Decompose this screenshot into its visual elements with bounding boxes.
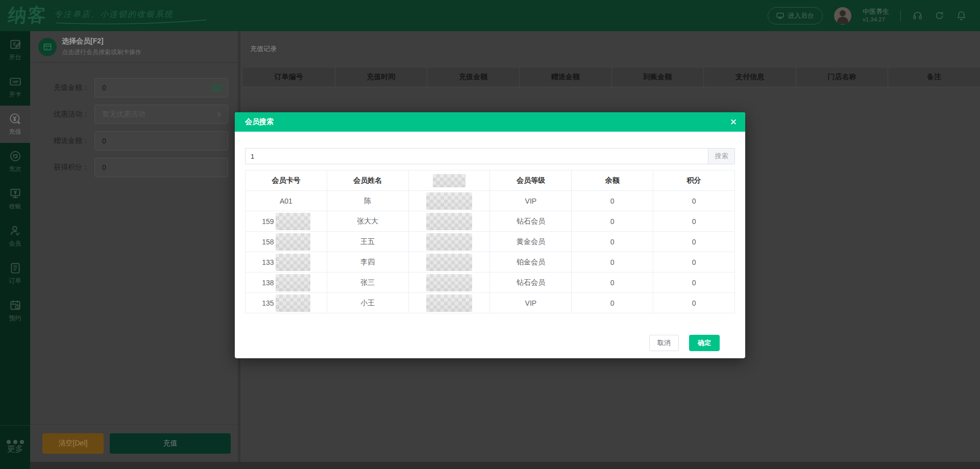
member-name-cell: 张大大 xyxy=(327,211,409,232)
member-balance-cell: 0 xyxy=(572,252,653,273)
member-balance-cell: 0 xyxy=(572,191,653,211)
member-row[interactable]: 138张三钻石会员00 xyxy=(246,273,735,293)
member-level-cell: 钻石会员 xyxy=(490,273,572,293)
member-row[interactable]: 159张大大钻石会员00 xyxy=(246,211,735,232)
member-card-cell: 159 xyxy=(246,211,327,232)
member-search-modal: 会员搜索 ✕ 搜索 会员卡号会员姓名会员等级余额积分 A01陈VIP00159张… xyxy=(235,112,745,358)
search-button[interactable]: 搜索 xyxy=(708,148,735,164)
member-points-cell: 0 xyxy=(653,211,735,232)
censored-card-block xyxy=(276,254,310,271)
member-row[interactable]: 158王五黄金会员00 xyxy=(246,232,735,252)
member-card-cell: A01 xyxy=(246,191,327,211)
member-name-cell: 陈 xyxy=(327,191,409,211)
member-search-input[interactable] xyxy=(245,148,708,164)
member-column-header: 会员卡号 xyxy=(246,170,327,191)
member-phone-cell xyxy=(409,211,491,232)
modal-footer: 取消 确定 xyxy=(245,335,735,351)
member-phone-cell xyxy=(409,273,491,293)
censored-phone-block xyxy=(426,274,472,291)
member-row[interactable]: 133李四铂金会员00 xyxy=(246,252,735,273)
member-card-cell: 138 xyxy=(246,273,327,293)
member-table-header: 会员卡号会员姓名会员等级余额积分 xyxy=(246,170,735,191)
modal-title: 会员搜索 xyxy=(245,117,274,127)
member-column-header: 积分 xyxy=(653,170,735,191)
member-phone-cell xyxy=(409,191,491,211)
member-name-cell: 李四 xyxy=(327,252,409,273)
member-level-cell: 钻石会员 xyxy=(490,211,572,232)
member-table-rows: A01陈VIP00159张大大钻石会员00158王五黄金会员00133李四铂金会… xyxy=(246,191,735,313)
member-level-cell: 黄金会员 xyxy=(490,232,572,252)
confirm-button[interactable]: 确定 xyxy=(689,335,720,351)
censored-phone-block xyxy=(426,192,472,210)
member-points-cell: 0 xyxy=(653,252,735,273)
modal-header: 会员搜索 ✕ xyxy=(235,112,745,132)
censored-phone-block xyxy=(426,254,472,271)
censored-card-block xyxy=(276,274,310,291)
member-balance-cell: 0 xyxy=(572,293,653,313)
member-balance-cell: 0 xyxy=(572,211,653,232)
censored-phone-block xyxy=(426,233,472,251)
member-card-cell: 133 xyxy=(246,252,327,273)
member-name-cell: 王五 xyxy=(327,232,409,252)
close-icon[interactable]: ✕ xyxy=(730,118,737,127)
member-name-cell: 张三 xyxy=(327,273,409,293)
member-name-cell: 小王 xyxy=(327,293,409,313)
censored-card-block xyxy=(276,294,310,312)
member-phone-cell xyxy=(409,252,491,273)
member-table: 会员卡号会员姓名会员等级余额积分 A01陈VIP00159张大大钻石会员0015… xyxy=(245,170,735,313)
member-level-cell: VIP xyxy=(490,293,572,313)
member-column-header: 会员姓名 xyxy=(327,170,409,191)
member-phone-cell xyxy=(409,232,491,252)
member-points-cell: 0 xyxy=(653,232,735,252)
member-balance-cell: 0 xyxy=(572,273,653,293)
member-column-header: 余额 xyxy=(572,170,653,191)
member-points-cell: 0 xyxy=(653,273,735,293)
member-level-cell: 铂金会员 xyxy=(490,252,572,273)
member-phone-cell xyxy=(409,293,491,313)
censored-phone-block xyxy=(426,294,472,312)
member-row[interactable]: A01陈VIP00 xyxy=(246,191,735,211)
member-points-cell: 0 xyxy=(653,293,735,313)
censored-phone-block xyxy=(426,213,472,230)
member-points-cell: 0 xyxy=(653,191,735,211)
member-card-cell: 158 xyxy=(246,232,327,252)
member-level-cell: VIP xyxy=(490,191,572,211)
censored-header-block xyxy=(433,174,465,187)
member-row[interactable]: 135小王VIP00 xyxy=(246,293,735,313)
member-card-cell: 135 xyxy=(246,293,327,313)
member-search-row: 搜索 xyxy=(245,148,735,164)
modal-body: 搜索 会员卡号会员姓名会员等级余额积分 A01陈VIP00159张大大钻石会员0… xyxy=(235,132,745,351)
cancel-button[interactable]: 取消 xyxy=(649,335,679,351)
member-column-header xyxy=(409,170,491,191)
censored-card-block xyxy=(276,213,310,230)
member-column-header: 会员等级 xyxy=(490,170,572,191)
censored-card-block xyxy=(276,233,310,251)
member-balance-cell: 0 xyxy=(572,232,653,252)
